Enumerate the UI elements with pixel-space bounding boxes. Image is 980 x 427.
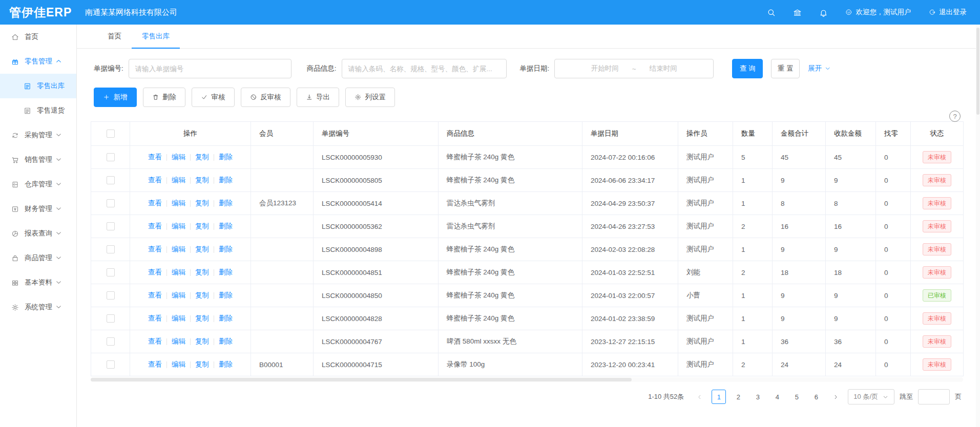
- document-icon: [24, 82, 31, 90]
- vertical-scrollbar[interactable]: [976, 25, 980, 427]
- logout-button[interactable]: 退出登录: [929, 8, 967, 17]
- help-icon[interactable]: ?: [949, 111, 961, 122]
- row-checkbox[interactable]: [107, 291, 115, 300]
- bell-icon[interactable]: [819, 8, 828, 17]
- sidebar-item-retail-return[interactable]: 零售退货: [0, 98, 76, 123]
- toolbar: 新增 删除 审核 反审核 导出 列设置: [94, 88, 980, 107]
- sidebar-item-system-management[interactable]: 系统管理: [0, 295, 76, 319]
- delete-link[interactable]: 删除: [219, 314, 233, 323]
- delete-link[interactable]: 删除: [219, 176, 233, 185]
- view-link[interactable]: 查看: [148, 268, 162, 277]
- row-checkbox[interactable]: [107, 222, 115, 230]
- received-cell: 16: [826, 215, 876, 238]
- row-checkbox[interactable]: [107, 153, 115, 161]
- sidebar-item-basic-data[interactable]: 基本资料: [0, 270, 76, 295]
- row-checkbox[interactable]: [107, 360, 115, 369]
- bill-no-input[interactable]: [129, 59, 291, 78]
- row-checkbox[interactable]: [107, 245, 115, 253]
- prev-page-button[interactable]: [692, 390, 706, 404]
- sidebar-item-sales-management[interactable]: 销售管理: [0, 147, 76, 172]
- page-button-6[interactable]: 6: [809, 390, 823, 404]
- copy-link[interactable]: 复制: [195, 199, 209, 208]
- page-button-5[interactable]: 5: [789, 390, 804, 404]
- next-page-button[interactable]: [828, 390, 843, 404]
- edit-link[interactable]: 编辑: [172, 245, 185, 254]
- tab-home[interactable]: 首页: [97, 25, 132, 48]
- copy-link[interactable]: 复制: [195, 360, 209, 369]
- search-button[interactable]: 查 询: [732, 59, 763, 78]
- view-link[interactable]: 查看: [148, 291, 162, 300]
- sidebar-item-warehouse-management[interactable]: 仓库管理: [0, 172, 76, 197]
- view-link[interactable]: 查看: [148, 153, 162, 162]
- delete-link[interactable]: 删除: [219, 337, 233, 346]
- bill-no-cell: LSCK00000005930: [314, 146, 439, 169]
- edit-link[interactable]: 编辑: [172, 199, 185, 208]
- copy-link[interactable]: 复制: [195, 337, 209, 346]
- export-button[interactable]: 导出: [297, 88, 340, 107]
- page-button-3[interactable]: 3: [750, 390, 765, 404]
- sidebar-item-finance-management[interactable]: 财务管理: [0, 197, 76, 221]
- copy-link[interactable]: 复制: [195, 291, 209, 300]
- page-button-4[interactable]: 4: [770, 390, 784, 404]
- sidebar-item-retail-management[interactable]: 零售管理: [0, 49, 76, 74]
- edit-link[interactable]: 编辑: [172, 176, 185, 185]
- edit-link[interactable]: 编辑: [172, 153, 185, 162]
- edit-link[interactable]: 编辑: [172, 337, 185, 346]
- row-checkbox[interactable]: [107, 337, 115, 346]
- edit-link[interactable]: 编辑: [172, 268, 185, 277]
- edit-link[interactable]: 编辑: [172, 360, 185, 369]
- select-all-checkbox[interactable]: [107, 130, 115, 138]
- copy-link[interactable]: 复制: [195, 314, 209, 323]
- user-menu[interactable]: 欢迎您，测试用户: [845, 8, 911, 17]
- reset-button[interactable]: 重 置: [771, 59, 800, 78]
- delete-link[interactable]: 删除: [219, 153, 233, 162]
- row-checkbox[interactable]: [107, 199, 115, 207]
- delete-link[interactable]: 删除: [219, 291, 233, 300]
- date-range-input[interactable]: 开始时间 ~ 结束时间: [554, 59, 714, 78]
- expand-link[interactable]: 展开: [808, 64, 831, 73]
- horizontal-scrollbar[interactable]: [91, 377, 963, 382]
- unaudit-button[interactable]: 反审核: [241, 88, 290, 107]
- view-link[interactable]: 查看: [148, 245, 162, 254]
- tab-retail-outbound[interactable]: 零售出库: [132, 25, 180, 48]
- sidebar-item-purchase-management[interactable]: 采购管理: [0, 123, 76, 147]
- view-link[interactable]: 查看: [148, 314, 162, 323]
- audit-button[interactable]: 审核: [192, 88, 235, 107]
- view-link[interactable]: 查看: [148, 176, 162, 185]
- sidebar-item-retail-outbound[interactable]: 零售出库: [0, 74, 76, 98]
- sidebar-item-report-query[interactable]: 报表查询: [0, 221, 76, 246]
- page-button-2[interactable]: 2: [731, 390, 745, 404]
- edit-link[interactable]: 编辑: [172, 291, 185, 300]
- row-checkbox[interactable]: [107, 176, 115, 184]
- row-checkbox[interactable]: [107, 314, 115, 323]
- page-size-select[interactable]: 10 条/页: [848, 389, 894, 404]
- sidebar-item-product-management[interactable]: 商品管理: [0, 246, 76, 270]
- delete-link[interactable]: 删除: [219, 268, 233, 277]
- view-link[interactable]: 查看: [148, 222, 162, 231]
- delete-button[interactable]: 删除: [143, 88, 186, 107]
- product-info-input[interactable]: [342, 59, 507, 78]
- change-cell: 0: [876, 146, 911, 169]
- delete-link[interactable]: 删除: [219, 222, 233, 231]
- copy-link[interactable]: 复制: [195, 268, 209, 277]
- edit-link[interactable]: 编辑: [172, 222, 185, 231]
- delete-link[interactable]: 删除: [219, 199, 233, 208]
- copy-link[interactable]: 复制: [195, 222, 209, 231]
- copy-link[interactable]: 复制: [195, 176, 209, 185]
- delete-link[interactable]: 删除: [219, 245, 233, 254]
- sidebar-item-home[interactable]: 首页: [0, 25, 76, 49]
- jump-page-input[interactable]: [918, 389, 950, 404]
- edit-link[interactable]: 编辑: [172, 314, 185, 323]
- search-icon[interactable]: [767, 8, 776, 17]
- bank-icon[interactable]: [793, 8, 802, 17]
- row-checkbox[interactable]: [107, 268, 115, 276]
- view-link[interactable]: 查看: [148, 360, 162, 369]
- page-button-1[interactable]: 1: [712, 390, 726, 404]
- delete-link[interactable]: 删除: [219, 360, 233, 369]
- view-link[interactable]: 查看: [148, 199, 162, 208]
- column-settings-button[interactable]: 列设置: [345, 88, 395, 107]
- view-link[interactable]: 查看: [148, 337, 162, 346]
- copy-link[interactable]: 复制: [195, 153, 209, 162]
- add-button[interactable]: 新增: [94, 88, 137, 107]
- copy-link[interactable]: 复制: [195, 245, 209, 254]
